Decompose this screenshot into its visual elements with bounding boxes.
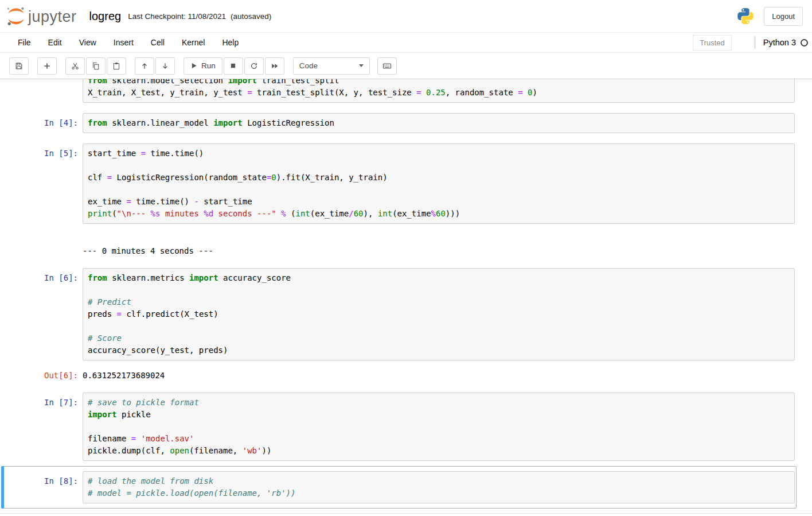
- cell-type-value: Code: [299, 61, 318, 70]
- header: jupyter logreg Last Checkpoint: 11/08/20…: [0, 0, 812, 32]
- output-prompt: [2, 229, 83, 233]
- code-editor[interactable]: # save to pickle format import pickle fi…: [83, 393, 795, 461]
- toolbar-button-group: Run: [184, 57, 286, 75]
- notebook-cell[interactable]: In [6]:from sklearn.metrics import accur…: [1, 263, 797, 387]
- move-cell-down-button[interactable]: [155, 57, 175, 75]
- jupyter-logo-text: jupyter: [28, 8, 77, 26]
- jupyter-logo[interactable]: jupyter: [6, 6, 77, 26]
- copy-icon: [92, 62, 100, 70]
- toolbar-button-group: [9, 57, 30, 75]
- cell-input-area: In [6]:from sklearn.metrics import accur…: [2, 268, 796, 360]
- output-text: 0.631252173689024: [83, 366, 165, 382]
- kernel-separator: [755, 36, 755, 49]
- fast-forward-icon: [271, 62, 279, 70]
- move-cell-up-button[interactable]: [135, 57, 154, 75]
- toolbar-groups: RunCode: [9, 57, 405, 75]
- notebook-cell[interactable]: In [7]:# save to pickle format import pi…: [1, 387, 797, 466]
- refresh-icon: [250, 62, 258, 70]
- menu-kernel[interactable]: Kernel: [173, 33, 213, 52]
- input-prompt: In [4]:: [2, 113, 83, 129]
- toolbar-button-group: Code: [293, 57, 370, 75]
- menu-cell[interactable]: Cell: [142, 33, 173, 52]
- cell-input-area: In [8]:# load the model from disk # mode…: [2, 471, 796, 503]
- cell-output-area: Out[6]:0.631252173689024: [2, 360, 796, 382]
- command-palette-button[interactable]: [377, 57, 397, 75]
- code-editor[interactable]: start_time = time.time() clf = LogisticR…: [83, 143, 795, 224]
- menu-help[interactable]: Help: [213, 33, 247, 52]
- code-content: from sklearn.metrics import accuracy_sco…: [88, 272, 790, 356]
- input-prompt: In [8]:: [2, 471, 83, 487]
- notebook-cell[interactable]: In [8]:# load the model from disk # mode…: [1, 466, 797, 509]
- scissors-icon: [71, 62, 79, 70]
- menubar-right: Trusted Python 3: [693, 35, 812, 51]
- notebook-title[interactable]: logreg: [89, 10, 122, 23]
- cell-type-select[interactable]: Code: [293, 57, 370, 75]
- arrow-up-icon: [140, 62, 149, 70]
- checkpoint-text: Last Checkpoint: 11/08/2021: [128, 12, 226, 21]
- toolbar: RunCode: [0, 53, 812, 79]
- keyboard-icon: [382, 61, 392, 71]
- notebook-cell[interactable]: In [5]:start_time = time.time() clf = Lo…: [1, 138, 797, 263]
- kernel-idle-icon: [801, 39, 808, 46]
- toolbar-button-group: [65, 57, 127, 75]
- interrupt-kernel-button[interactable]: [224, 57, 243, 75]
- menu-edit[interactable]: Edit: [40, 33, 71, 52]
- paste-cells-button[interactable]: [107, 57, 126, 75]
- code-content: # load the model from disk # model = pic…: [88, 475, 790, 499]
- jupyter-logo-icon: [6, 6, 26, 26]
- restart-run-all-button[interactable]: [265, 57, 284, 75]
- code-editor[interactable]: from sklearn.linear_model import Logisti…: [83, 113, 795, 133]
- code-editor[interactable]: from sklearn.metrics import accuracy_sco…: [83, 268, 795, 360]
- code-content: # save to pickle format import pickle fi…: [88, 397, 790, 457]
- menu-file[interactable]: File: [9, 33, 40, 52]
- output-text: --- 0 minutes 4 seconds ---: [83, 229, 213, 257]
- save-icon: [15, 62, 23, 70]
- notebook-cell[interactable]: In [4]:from sklearn.linear_model import …: [1, 108, 797, 138]
- toolbar-button-group: [37, 57, 58, 75]
- restart-kernel-button[interactable]: [244, 57, 264, 75]
- chevron-down-icon: [359, 64, 364, 67]
- plus-icon: [43, 62, 51, 70]
- code-editor[interactable]: from sklearn.model_selection import trai…: [83, 79, 795, 103]
- run-button[interactable]: Run: [184, 57, 222, 75]
- code-content: from sklearn.model_selection import trai…: [88, 79, 790, 99]
- menubar: FileEditViewInsertCellKernelHelp Trusted…: [0, 32, 812, 53]
- code-editor[interactable]: # load the model from disk # model = pic…: [83, 471, 795, 503]
- cell-input-area: In [4]:from sklearn.linear_model import …: [2, 113, 796, 133]
- cell-input-area: In [5]:start_time = time.time() clf = Lo…: [2, 143, 796, 224]
- input-prompt: In [6]:: [2, 268, 83, 284]
- header-right: Logout: [736, 7, 803, 26]
- copy-cells-button[interactable]: [86, 57, 106, 75]
- paste-icon: [112, 62, 120, 70]
- input-prompt: In [5]:: [2, 143, 83, 160]
- notebook: from sklearn.model_selection import trai…: [0, 79, 812, 514]
- code-content: from sklearn.linear_model import Logisti…: [88, 117, 790, 129]
- input-prompt: In [7]:: [2, 393, 83, 409]
- menu-insert[interactable]: Insert: [105, 33, 142, 52]
- cell-input-area: from sklearn.model_selection import trai…: [2, 79, 796, 103]
- logout-button[interactable]: Logout: [764, 7, 803, 26]
- run-button-label: Run: [201, 61, 216, 70]
- code-content: start_time = time.time() clf = LogisticR…: [88, 148, 790, 220]
- autosave-status: (autosaved): [231, 12, 271, 21]
- cell-output-area: --- 0 minutes 4 seconds ---: [2, 224, 796, 258]
- trusted-badge: Trusted: [693, 35, 732, 51]
- arrow-down-icon: [161, 62, 169, 70]
- toolbar-button-group: [135, 57, 176, 75]
- menu-view[interactable]: View: [71, 33, 105, 52]
- cut-cells-button[interactable]: [65, 57, 85, 75]
- output-prompt: Out[6]:: [2, 366, 83, 382]
- cell-input-area: In [7]:# save to pickle format import pi…: [2, 393, 796, 461]
- kernel-name: Python 3: [763, 38, 796, 47]
- save-button[interactable]: [9, 57, 29, 75]
- python-logo-icon: [736, 7, 755, 25]
- toolbar-button-group: [377, 57, 398, 75]
- notebook-cell[interactable]: from sklearn.model_selection import trai…: [1, 79, 797, 108]
- add-cell-button[interactable]: [37, 57, 57, 75]
- play-icon: [190, 62, 198, 69]
- stop-icon: [229, 62, 237, 69]
- menu-items: FileEditViewInsertCellKernelHelp: [9, 33, 247, 52]
